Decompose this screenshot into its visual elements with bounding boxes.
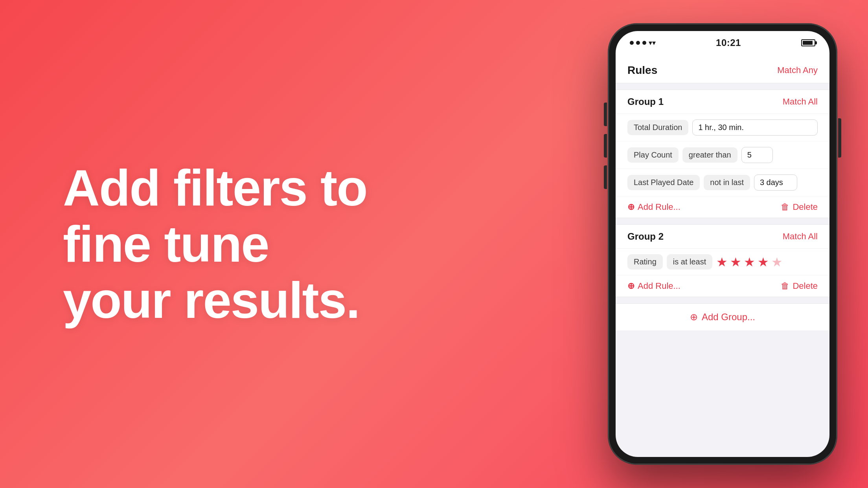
headline-line1: Add filters to [63,159,367,216]
rules-header: Rules Match Any [616,55,829,83]
group2-add-rule-button[interactable]: ⊕ Add Rule... [627,281,680,291]
group1-add-rule-button[interactable]: ⊕ Add Rule... [627,202,680,212]
groups-container: Group 1 Match All Total Duration Play Co… [616,83,829,457]
group2-delete-button[interactable]: 🗑 Delete [781,281,818,291]
last-played-date-tag[interactable]: Last Played Date [627,175,700,190]
rating-tag[interactable]: Rating [627,254,663,270]
status-time: 10:21 [716,37,741,48]
group2-match-all-button[interactable]: Match All [783,231,818,242]
add-group-button[interactable]: ⊕ Add Group... [690,312,755,323]
headline-line3: your results. [63,272,359,329]
group2-delete-label: Delete [793,281,818,291]
wifi-icon: ▾▾ [649,39,656,47]
group1-add-rule-label: Add Rule... [638,202,680,212]
rules-title: Rules [627,64,657,77]
match-any-button[interactable]: Match Any [777,65,818,75]
left-panel: Add filters to fine tune your results. [0,160,373,328]
app-content: Rules Match Any Group 1 Match All Total … [616,55,829,457]
not-in-last-tag[interactable]: not in last [704,175,750,190]
add-rule-icon: ⊕ [627,202,634,212]
status-bar: ▾▾ 10:21 [616,31,829,55]
star-3: ★ [744,255,755,270]
trash-icon-2: 🗑 [781,281,789,291]
signal-dot-2 [636,41,640,45]
headline: Add filters to fine tune your results. [63,160,373,328]
signal-dot-3 [642,41,646,45]
group2-title: Group 2 [627,231,664,242]
total-duration-input[interactable] [692,119,818,136]
group1-action-row: ⊕ Add Rule... 🗑 Delete [616,196,829,218]
rule-rating: Rating is at least ★ ★ ★ ★ ★ [616,249,829,275]
greater-than-tag[interactable]: greater than [682,147,737,163]
rule-last-played: Last Played Date not in last [616,169,829,196]
status-left: ▾▾ [630,39,656,47]
status-right [801,39,815,46]
add-group-label: Add Group... [702,312,755,323]
is-at-least-tag[interactable]: is at least [667,254,712,270]
group1-title: Group 1 [627,96,664,107]
battery-icon [801,39,815,46]
add-group-section: ⊕ Add Group... [616,303,829,330]
group-card-2: Group 2 Match All Rating is at least ★ ★… [616,224,829,297]
group1-delete-button[interactable]: 🗑 Delete [781,202,818,212]
signal-dot-1 [630,41,634,45]
group2-add-rule-label: Add Rule... [638,281,680,291]
star-2: ★ [730,255,741,270]
phone-outer-shell: ▾▾ 10:21 Rules Match Any [609,24,837,464]
star-rating[interactable]: ★ ★ ★ ★ ★ [716,255,783,270]
trash-icon-1: 🗑 [781,202,789,212]
star-1: ★ [716,255,728,270]
group2-action-row: ⊕ Add Rule... 🗑 Delete [616,275,829,297]
rule-play-count: Play Count greater than [616,141,829,169]
add-group-icon: ⊕ [690,312,698,323]
star-5: ★ [771,255,783,270]
group1-match-all-button[interactable]: Match All [783,97,818,107]
headline-line2: fine tune [63,215,269,273]
group1-delete-label: Delete [793,202,818,212]
star-4: ★ [758,255,769,270]
battery-fill [803,41,813,45]
phone-device: ▾▾ 10:21 Rules Match Any [609,24,837,464]
phone-screen: ▾▾ 10:21 Rules Match Any [616,31,829,457]
play-count-input[interactable] [741,147,773,163]
group1-header: Group 1 Match All [616,90,829,114]
group2-header: Group 2 Match All [616,225,829,249]
play-count-tag[interactable]: Play Count [627,147,679,163]
total-duration-tag[interactable]: Total Duration [627,120,688,135]
group-card-1: Group 1 Match All Total Duration Play Co… [616,90,829,218]
rule-total-duration: Total Duration [616,114,829,141]
days-input[interactable] [754,174,797,191]
add-rule-icon-2: ⊕ [627,281,634,291]
